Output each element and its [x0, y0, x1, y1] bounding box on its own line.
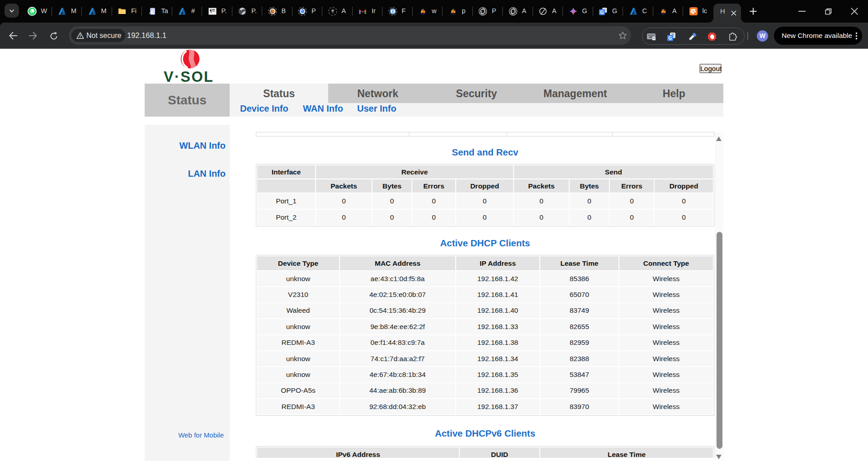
svg-text:PMA: PMA [661, 13, 666, 15]
svg-text:PMA: PMA [451, 13, 456, 15]
svg-text:V·SOL: V·SOL [164, 69, 214, 85]
svg-text:G: G [669, 36, 672, 41]
svg-text:G: G [600, 9, 604, 15]
svg-text:PMA: PMA [420, 13, 425, 15]
